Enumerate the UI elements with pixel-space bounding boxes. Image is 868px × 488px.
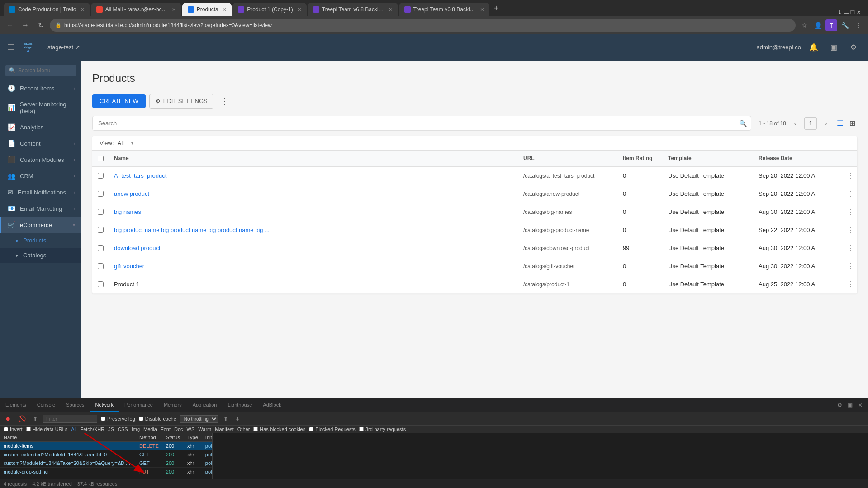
extensions-button[interactable]: 🔧 [839,19,851,31]
row-select-3[interactable] [98,227,104,233]
account-button[interactable]: 👤 [812,19,824,31]
product-link-3[interactable]: big product name big product name big pr… [114,227,270,233]
list-search-input[interactable] [92,116,751,131]
filter-warm[interactable]: Warm [198,426,211,432]
tab-trello[interactable]: Code Production | Trello × [4,3,90,16]
tab-close-products[interactable]: × [223,6,226,13]
initiator-link-1[interactable]: polyfills.f441b87a066a2afd4jc1 [205,452,213,457]
row-menu-2[interactable]: ⋮ [844,208,857,216]
devtools-record-btn[interactable]: ⏺ [4,414,13,424]
devtools-tab-console[interactable]: Console [32,398,61,412]
grid-view-button[interactable]: ⊞ [848,117,857,129]
tab-close-treepl2[interactable]: × [480,6,484,13]
filter-img[interactable]: Img [132,426,140,432]
sidebar-item-content[interactable]: 📄 Content › [0,135,81,152]
devtools-tab-elements[interactable]: Elements [0,398,32,412]
list-view-button[interactable]: ☰ [835,117,845,129]
initiator-link-0[interactable]: polyfills.f441b87a066a2afd4jc1 [205,443,213,449]
tab-gmail[interactable]: All Mail - taras.r@ez-bc.com - E... × [91,3,181,16]
sidebar-search-input[interactable] [5,65,76,76]
network-row-0[interactable]: module-items DELETE 200 xhr polyfills.f4… [0,442,213,450]
url-bar[interactable]: 🔒 https://stage-test.trialsite.co/admin/… [50,19,796,32]
row-select-0[interactable] [98,173,104,179]
sidebar-item-ecommerce[interactable]: 🛒 eCommerce ▾ [0,217,81,233]
reload-button[interactable]: ↻ [34,19,47,32]
invert-checkbox[interactable] [4,427,8,431]
pagination-next-button[interactable]: › [820,117,832,130]
sidebar-item-crm[interactable]: 👥 CRM › [0,168,81,184]
sidebar-item-email-marketing[interactable]: 📧 Email Marketing › [0,200,81,217]
filter-js[interactable]: JS [108,426,114,432]
create-new-button[interactable]: CREATE NEW [92,94,146,108]
tab-treepl-backlog1[interactable]: Treepl Team v6.8 Backlog - Boar... × [308,3,398,16]
filter-ws[interactable]: WS [187,426,195,432]
row-select-6[interactable] [98,281,104,287]
devtools-tab-network[interactable]: Network [90,398,119,412]
back-button[interactable]: ← [4,19,16,32]
export-btn[interactable]: ⬇ [233,414,242,424]
view-filter-select[interactable]: All [118,140,133,147]
pagination-prev-button[interactable]: ‹ [789,117,802,130]
hide-data-urls-checkbox[interactable] [26,427,31,431]
site-name-link[interactable]: stage-test ↗ [47,44,80,51]
row-menu-4[interactable]: ⋮ [844,244,857,252]
network-row-3[interactable]: module-drop-setting PUT 200 xhr polyfill… [0,468,213,476]
sidebar-item-server-monitoring[interactable]: 📊 Server Monitoring (beta) [0,96,81,119]
devtools-tab-adblock[interactable]: AdBlock [257,398,286,412]
filter-other[interactable]: Other [237,426,250,432]
new-tab-button[interactable]: + [490,2,503,15]
devtools-tab-memory[interactable]: Memory [158,398,187,412]
devtools-tab-lighthouse[interactable]: Lighthouse [222,398,257,412]
tab-product-copy[interactable]: Product 1 (Copy-1) × [232,3,307,16]
notifications-button[interactable]: 🔔 [806,40,821,55]
row-select-2[interactable] [98,209,104,215]
devtools-settings-btn[interactable]: ⚙ [835,400,844,410]
third-party-checkbox[interactable] [359,427,364,431]
select-all-checkbox[interactable] [98,156,104,161]
tab-close-product-copy[interactable]: × [298,6,301,13]
sidebar-item-recent-items[interactable]: 🕐 Recent Items › [0,80,81,96]
row-menu-0[interactable]: ⋮ [844,171,857,180]
forward-button[interactable]: → [19,19,32,32]
tab-products[interactable]: Products × [182,3,232,16]
edit-settings-button[interactable]: ⚙ EDIT SETTINGS [149,94,213,109]
sidebar-sub-item-products[interactable]: ▸ Products [0,233,81,248]
devtools-tab-application[interactable]: Application [187,398,223,412]
sidebar-item-email-notifications[interactable]: ✉ Email Notifications › [0,184,81,200]
initiator-link-3[interactable]: polyfills.f441b87a066a2afd4jc1 [205,469,213,474]
devtools-tab-sources[interactable]: Sources [61,398,90,412]
row-menu-5[interactable]: ⋮ [844,262,857,270]
network-row-2[interactable]: custom?ModuleId=1844&Take=20&Skip=0&Quer… [0,459,213,468]
filter-media[interactable]: Media [143,426,157,432]
product-link-5[interactable]: gift voucher [114,263,144,270]
tab-close-trello[interactable]: × [81,6,85,13]
product-link-2[interactable]: big names [114,208,141,215]
sidebar-item-custom-modules[interactable]: ⬛ Custom Modules › [0,152,81,168]
filter-css[interactable]: CSS [118,426,128,432]
devtools-dock-btn[interactable]: ▣ [846,400,854,410]
product-link-6[interactable]: Product 1 [114,281,139,288]
filter-manifest[interactable]: Manifest [215,426,234,432]
filter-doc[interactable]: Doc [174,426,183,432]
filter-all[interactable]: All [71,426,76,432]
devtools-filter-btn[interactable]: ⬆ [31,414,39,424]
devtools-tab-performance[interactable]: Performance [119,398,158,412]
sidebar-toggle-button[interactable]: ☰ [7,43,14,52]
sidebar-sub-item-catalogs[interactable]: ▸ Catalogs [0,248,81,263]
product-link-1[interactable]: anew product [114,190,149,197]
more-options-button[interactable]: ⋮ [853,19,864,31]
row-select-4[interactable] [98,245,104,251]
throttle-select[interactable]: No throttling [180,415,218,423]
tab-treepl-backlog2[interactable]: Treepl Team v6.8 Backlog - Boar... × [399,3,489,16]
row-select-5[interactable] [98,263,104,269]
import-btn[interactable]: ⬆ [222,414,230,424]
sidebar-item-analytics[interactable]: 📈 Analytics [0,119,81,135]
product-link-0[interactable]: A_test_tars_product [114,172,166,179]
disable-cache-checkbox[interactable] [139,417,143,421]
row-menu-3[interactable]: ⋮ [844,226,857,234]
filter-font[interactable]: Font [161,426,171,432]
row-menu-1[interactable]: ⋮ [844,190,857,198]
filter-fetch-xhr[interactable]: Fetch/XHR [80,426,104,432]
row-select-1[interactable] [98,191,104,197]
tab-close-treepl1[interactable]: × [389,6,393,13]
